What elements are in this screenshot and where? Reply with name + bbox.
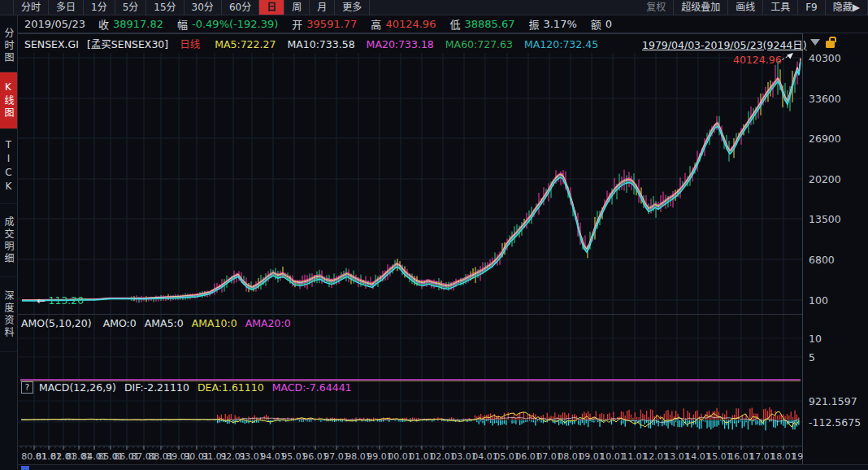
macd-title: MACD(12,26,9) (39, 381, 116, 394)
tool-button-复权[interactable]: 复权 (639, 0, 674, 15)
chevron-down-icon[interactable] (810, 39, 820, 46)
first-price-label: 113.20 (48, 294, 84, 307)
sidebar-item-K线图[interactable]: K线图 (0, 72, 17, 129)
date-range-selector[interactable]: 1979/04/03-2019/05/23(9244日) (642, 37, 835, 52)
ma-value-list: MA5:722.27MA10:733.58MA20:733.18MA60:727… (203, 38, 598, 50)
price-axis-label: -112.5675 (809, 416, 861, 429)
period-button-月[interactable]: 月 (310, 0, 335, 15)
period-button-1分[interactable]: 1分 (84, 0, 115, 15)
ma-label: MA10:733.58 (287, 38, 354, 50)
macd-field: DIF:-2.21110 (124, 381, 189, 394)
quote-field-value: -0.49%(-192.39) (192, 18, 278, 30)
sidebar-item-深度资料[interactable]: 深度资料 (0, 277, 17, 352)
period-label: 日线 (180, 38, 200, 50)
period-button-group: 分时多日1分5分15分30分60分日周月更多 (13, 0, 370, 15)
price-axis-label: 10 (809, 333, 822, 345)
quote-field-label: 收 (98, 16, 109, 32)
period-button-周[interactable]: 周 (284, 0, 310, 15)
quote-field-label: 额 (591, 16, 601, 32)
high-price-annotation: 40124.96 (733, 54, 782, 66)
price-axis-label: 40300 (809, 52, 841, 64)
tool-button-工具[interactable]: 工具 (763, 0, 798, 15)
tool-button-画线[interactable]: 画线 (728, 0, 763, 15)
quote-date: 2019/05/23 (24, 18, 85, 30)
price-axis-label: 20200 (809, 173, 841, 185)
quote-field-label: 振 (528, 16, 539, 32)
period-button-分时[interactable]: 分时 (13, 0, 49, 15)
amo-values: AMO:0AMA5:0AMA10:0AMA20:0 (95, 317, 291, 329)
kline-plot[interactable]: 80.0181.0182.0183.0184.0185.0186.0187.01… (18, 33, 803, 466)
tool-button-超级叠加[interactable]: 超级叠加 (674, 0, 728, 15)
tool-button-group: 复权超级叠加画线工具F9隐藏▶ (639, 0, 868, 15)
help-icon[interactable]: ? (21, 381, 33, 394)
period-toolbar: 分时多日1分5分15分30分60分日周月更多 复权超级叠加画线工具F9隐藏▶ (0, 0, 868, 15)
stock-app-window: 分时多日1分5分15分30分60分日周月更多 复权超级叠加画线工具F9隐藏▶ 分… (0, 0, 868, 470)
first-price-annotation: ←113.20 (37, 294, 84, 307)
price-axis-label: 13500 (809, 213, 841, 225)
price-axis-label: 26900 (809, 133, 841, 145)
quote-field-value: 0 (605, 18, 612, 30)
date-range-text[interactable]: 1979/04/03-2019/05/23(9244日) (642, 37, 807, 52)
symbol-code: SENSEX.GI (24, 38, 79, 50)
sidebar-item-成交明细[interactable]: 成交明细 (0, 204, 17, 277)
price-axis-label: 100 (809, 294, 828, 307)
symbol-name: [孟买SENSEX30] (87, 38, 168, 50)
amo-indicator-bar: AMO(5,10,20) AMO:0AMA5:0AMA10:0AMA20:0 (21, 317, 291, 329)
macd-field: MACD:-7.64441 (272, 381, 352, 394)
chart-header: SENSEX.GI [孟买SENSEX30] 日线 MA5:722.27MA10… (24, 36, 598, 51)
tool-button-隐藏[interactable]: 隐藏▶ (826, 0, 868, 15)
quote-field-label: 开 (292, 16, 302, 32)
period-button-更多[interactable]: 更多 (335, 0, 370, 15)
amo-field: AMO:0 (103, 317, 137, 329)
quote-field-label: 幅 (177, 16, 188, 32)
quote-field-value: 40124.96 (385, 18, 436, 30)
period-button-5分[interactable]: 5分 (115, 0, 147, 15)
ma-label: MA120:732.45 (524, 38, 598, 50)
macd-values: DIF:-2.21110DEA:1.61110MACD:-7.64441 (116, 381, 352, 394)
chart-region: 80.0181.0182.0183.0184.0185.0186.0187.01… (18, 33, 868, 465)
sidebar-item-分时图[interactable]: 分时图 (0, 20, 17, 72)
period-button-多日[interactable]: 多日 (49, 0, 84, 15)
view-sidebar: 分时图K线图TICK成交明细深度资料 (0, 15, 18, 470)
left-arrow-icon: ← (37, 294, 45, 307)
tool-button-F9[interactable]: F9 (798, 0, 826, 15)
amo-title: AMO(5,10,20) (21, 317, 92, 329)
quote-fields: 收38917.82幅-0.49%(-192.39)开39591.77高40124… (98, 16, 626, 32)
sidebar-item-TICK[interactable]: TICK (0, 129, 17, 204)
macd-indicator-bar: ? MACD(12,26,9) DIF:-2.21110DEA:1.61110M… (21, 381, 352, 394)
ma-label: MA5:722.27 (215, 38, 276, 50)
quote-field-label: 高 (371, 16, 381, 32)
ma-label: MA60:727.63 (445, 38, 513, 50)
period-button-15分[interactable]: 15分 (146, 0, 184, 15)
unlock-icon[interactable] (826, 41, 835, 48)
price-axis-label: 921.1597 (809, 395, 857, 407)
period-button-日[interactable]: 日 (259, 0, 284, 15)
period-button-30分[interactable]: 30分 (184, 0, 222, 15)
amo-field: AMA5:0 (145, 317, 184, 329)
amo-field: AMA20:0 (245, 317, 291, 329)
quote-field-label: 低 (449, 16, 460, 32)
time-axis-label: 19.01 (792, 451, 803, 462)
quote-field-value: 3.17% (543, 18, 576, 30)
macd-field: DEA:1.61110 (197, 381, 264, 394)
price-axis-label: 6800 (809, 254, 835, 266)
quote-info-bar: 2019/05/23 收38917.82幅-0.49%(-192.39)开395… (18, 15, 868, 33)
scroll-handle[interactable] (21, 466, 29, 470)
period-button-60分[interactable]: 60分 (222, 0, 259, 15)
price-axis-label: 5 (809, 351, 815, 363)
amo-field: AMA10:0 (192, 317, 237, 329)
ma-label: MA20:733.18 (367, 38, 434, 50)
quote-field-value: 38917.82 (113, 18, 163, 30)
quote-field-value: 38885.67 (464, 18, 514, 30)
price-axis-label: 33600 (809, 93, 841, 105)
quote-field-value: 39591.77 (306, 18, 357, 30)
bottom-strip (18, 464, 868, 470)
